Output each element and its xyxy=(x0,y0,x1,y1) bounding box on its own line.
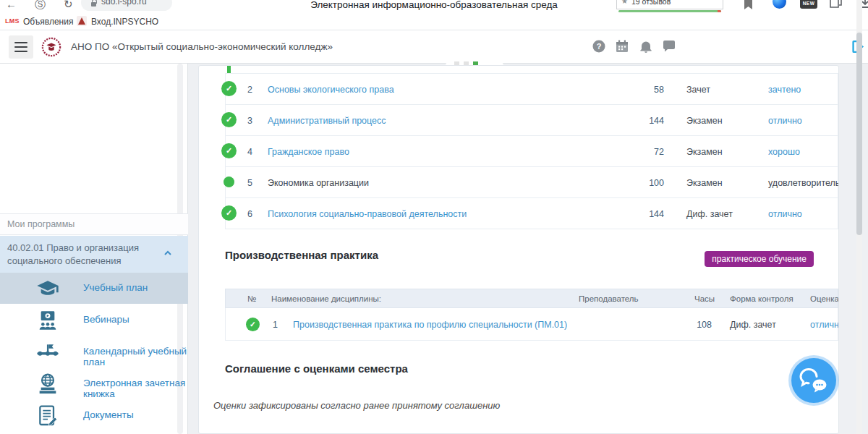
completed-check-icon: ✓ xyxy=(221,81,237,96)
bookmark-inpsycho[interactable]: Вход.INPSYCHO xyxy=(91,17,158,27)
table-row: 4 Гражданское право 72 Экзамен хорошо xyxy=(225,136,838,167)
subject-link[interactable]: Основы экологического права xyxy=(268,85,394,95)
reviews-label: 19 отзывов xyxy=(631,0,671,6)
timeline-dot-icon xyxy=(224,176,234,187)
program-name: 40.02.01 Право и организация социального… xyxy=(7,242,156,268)
calendar-icon[interactable] xyxy=(615,39,629,54)
hours-value: 58 xyxy=(631,85,664,95)
table-row: 6 Психология социально-правовой деятельн… xyxy=(225,198,838,229)
notifications-bell-icon[interactable] xyxy=(639,39,653,54)
org-name: АНО ПО «Открытый социально-экономический… xyxy=(71,41,333,52)
sidebar-program-header[interactable]: 40.02.01 Право и организация социального… xyxy=(0,236,188,273)
practice-subject-link[interactable]: Производственная практика по профилю спе… xyxy=(293,320,567,330)
row-number: 3 xyxy=(247,116,252,126)
app-header: АНО ПО «Открытый социально-экономический… xyxy=(0,30,868,64)
agreement-heading: Соглашение с оценками семестра xyxy=(225,362,408,375)
grade-value: удовлетворительно xyxy=(768,178,839,188)
reviews-widget[interactable]: ★ 19 отзывов xyxy=(616,0,723,9)
control-form: Экзамен xyxy=(686,178,723,188)
row-number: 6 xyxy=(247,209,252,219)
row-number: 4 xyxy=(247,147,252,157)
chat-bubbles-icon xyxy=(799,367,828,393)
grade-link[interactable]: хорошо xyxy=(768,147,800,157)
crest-favicon xyxy=(77,16,87,26)
row-number: 5 xyxy=(247,178,252,188)
browser-toolbar: ← Ⓢ ↻ sdo.i-spo.ru Электронная информаци… xyxy=(0,0,868,13)
practice-table-header: № Наименование дисциплины: Преподаватель… xyxy=(225,289,838,308)
practice-row: ✓ 1 Производственная практика по профилю… xyxy=(225,308,838,341)
chevron-up-icon[interactable] xyxy=(163,249,172,258)
subject-link[interactable]: Административный процесс xyxy=(268,116,386,126)
completed-check-icon: ✓ xyxy=(221,143,237,158)
sidebar-item-label: Учебный план xyxy=(83,282,148,293)
col-grade: Оценка xyxy=(810,294,839,303)
sidebar-item-label: Вебинары xyxy=(83,314,129,325)
practice-section-heading: Производственная практика xyxy=(225,249,378,261)
page-scrollbar-thumb[interactable] xyxy=(856,33,862,235)
control-form: Зачет xyxy=(686,85,710,95)
hours-value: 108 xyxy=(681,320,712,330)
sidebar-item-calendar-plan[interactable]: Календарный учебный план xyxy=(0,336,188,367)
reviews-rating-bar xyxy=(618,10,721,12)
hours-value: 144 xyxy=(631,116,664,126)
row-number: 2 xyxy=(247,85,252,95)
lms-favicon: LMS xyxy=(5,17,20,25)
hours-value: 144 xyxy=(631,209,664,219)
subjects-table: 2 Основы экологического права 58 Зачет з… xyxy=(225,73,838,229)
grade-link[interactable]: отлично xyxy=(810,320,839,330)
grade-link[interactable]: зачтено xyxy=(768,85,801,95)
star-icon: ★ xyxy=(621,0,628,5)
bookmarks-bar: LMS Объявления Вход.INPSYCHO xyxy=(0,13,868,30)
hamburger-menu-button[interactable] xyxy=(9,35,33,59)
completed-check-icon: ✓ xyxy=(221,112,237,127)
sidebar-item-gradebook[interactable]: Электронная зачетная книжка xyxy=(0,368,188,399)
page-title: Электронная информационно-образовательна… xyxy=(0,0,868,10)
col-control-form: Форма контроля xyxy=(730,294,793,303)
sidebar-item-documents[interactable]: Документы xyxy=(0,400,188,431)
svg-text:?: ? xyxy=(597,42,602,51)
college-logo xyxy=(41,37,61,57)
table-row: 5 Экономика организации 100 Экзамен удов… xyxy=(225,167,838,198)
col-teacher: Преподаватель xyxy=(579,294,639,303)
grade-link[interactable]: отлично xyxy=(768,209,802,219)
agreement-note: Оценки зафиксированы согласно ранее прин… xyxy=(213,400,500,411)
subject-link[interactable]: Гражданское право xyxy=(268,147,349,157)
table-row: 3 Административный процесс 144 Экзамен о… xyxy=(225,105,838,136)
sidebar-section-title: Мои программы xyxy=(7,219,75,229)
practice-table: № Наименование дисциплины: Преподаватель… xyxy=(225,289,838,341)
messages-icon[interactable] xyxy=(662,39,676,54)
sidebar-item-curriculum[interactable]: Учебный план xyxy=(0,273,188,304)
col-number: № xyxy=(247,294,256,303)
col-discipline: Наименование дисциплины: xyxy=(271,294,381,303)
curriculum-panel: 2 Основы экологического права 58 Зачет з… xyxy=(198,65,839,434)
control-form: Экзамен xyxy=(686,116,723,126)
graduation-cap-icon xyxy=(36,277,59,300)
sidebar-item-webinars[interactable]: Вебинары xyxy=(0,305,188,336)
practical-training-badge: практическое обучение xyxy=(705,251,814,267)
window-icon[interactable] xyxy=(829,0,842,9)
col-hours: Часы xyxy=(694,294,715,303)
sidebar-item-label: Электронная зачетная книжка xyxy=(83,378,188,399)
completed-check-icon: ✓ xyxy=(246,318,260,331)
sidebar: Мои программы 40.02.01 Право и организац… xyxy=(0,64,188,434)
bookmark-icon[interactable] xyxy=(744,0,753,10)
webinar-icon xyxy=(36,309,59,332)
completed-check-icon: ✓ xyxy=(221,205,237,221)
control-form: Экзамен xyxy=(686,147,723,157)
new-extension-badge[interactable]: NEW xyxy=(800,0,817,9)
table-row: 2 Основы экологического права 58 Зачет з… xyxy=(225,74,838,105)
document-pen-icon xyxy=(36,404,59,427)
grade-link[interactable]: отлично xyxy=(768,116,802,126)
sidebar-item-label: Календарный учебный план xyxy=(83,346,188,367)
hours-value: 72 xyxy=(631,147,664,157)
globe-books-icon xyxy=(36,373,59,396)
subject-link[interactable]: Психология социально-правовой деятельнос… xyxy=(268,209,467,219)
milestones-icon xyxy=(36,341,59,364)
subject-name: Экономика организации xyxy=(268,178,369,188)
support-chat-button[interactable] xyxy=(791,358,836,403)
sidebar-section-my-programs: Мои программы xyxy=(0,213,188,235)
bookmark-announcements[interactable]: Объявления xyxy=(23,17,73,27)
help-icon[interactable]: ? xyxy=(592,39,606,54)
row-number: 1 xyxy=(273,320,278,330)
sidebar-item-label: Документы xyxy=(83,409,134,420)
